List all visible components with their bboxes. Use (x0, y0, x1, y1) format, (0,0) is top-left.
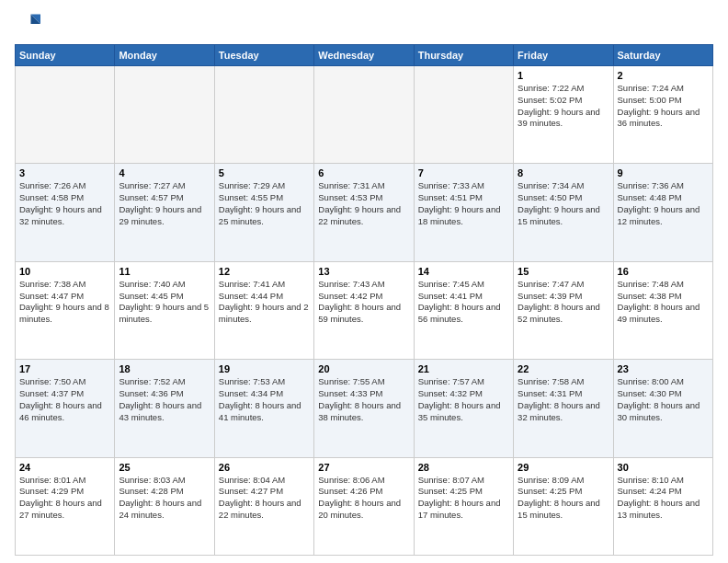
day-info: Sunrise: 7:29 AM Sunset: 4:55 PM Dayligh… (219, 180, 310, 227)
day-info: Sunrise: 8:10 AM Sunset: 4:24 PM Dayligh… (618, 475, 709, 522)
calendar-cell: 8Sunrise: 7:34 AM Sunset: 4:50 PM Daylig… (514, 164, 613, 261)
calendar-cell (214, 66, 313, 164)
day-number: 22 (518, 363, 609, 374)
calendar-table: SundayMondayTuesdayWednesdayThursdayFrid… (15, 44, 713, 556)
calendar-cell (115, 66, 214, 164)
day-info: Sunrise: 7:45 AM Sunset: 4:41 PM Dayligh… (418, 279, 509, 326)
day-info: Sunrise: 7:33 AM Sunset: 4:51 PM Dayligh… (418, 180, 509, 227)
calendar-cell: 28Sunrise: 8:07 AM Sunset: 4:25 PM Dayli… (414, 457, 513, 555)
calendar-cell: 19Sunrise: 7:53 AM Sunset: 4:34 PM Dayli… (214, 360, 313, 457)
calendar-cell: 17Sunrise: 7:50 AM Sunset: 4:37 PM Dayli… (16, 360, 115, 457)
calendar-header-wednesday: Wednesday (314, 45, 414, 66)
calendar-cell: 5Sunrise: 7:29 AM Sunset: 4:55 PM Daylig… (214, 164, 313, 261)
calendar-week-row: 1Sunrise: 7:22 AM Sunset: 5:02 PM Daylig… (16, 66, 713, 164)
day-info: Sunrise: 7:47 AM Sunset: 4:39 PM Dayligh… (518, 279, 609, 326)
day-number: 25 (119, 462, 210, 473)
day-info: Sunrise: 8:01 AM Sunset: 4:29 PM Dayligh… (19, 475, 110, 522)
day-number: 5 (219, 167, 310, 178)
calendar-cell: 9Sunrise: 7:36 AM Sunset: 4:48 PM Daylig… (613, 164, 712, 261)
day-info: Sunrise: 7:36 AM Sunset: 4:48 PM Dayligh… (618, 180, 709, 227)
day-info: Sunrise: 7:34 AM Sunset: 4:50 PM Dayligh… (518, 180, 609, 227)
page: SundayMondayTuesdayWednesdayThursdayFrid… (0, 0, 728, 563)
day-number: 18 (119, 363, 210, 374)
day-number: 10 (19, 266, 110, 277)
day-number: 7 (418, 167, 509, 178)
header (15, 11, 713, 37)
calendar-week-row: 24Sunrise: 8:01 AM Sunset: 4:29 PM Dayli… (16, 457, 713, 555)
calendar-cell: 14Sunrise: 7:45 AM Sunset: 4:41 PM Dayli… (414, 261, 513, 359)
calendar-cell: 20Sunrise: 7:55 AM Sunset: 4:33 PM Dayli… (314, 360, 414, 457)
calendar-cell (16, 66, 115, 164)
calendar-cell: 13Sunrise: 7:43 AM Sunset: 4:42 PM Dayli… (314, 261, 414, 359)
day-number: 27 (318, 462, 409, 473)
day-info: Sunrise: 7:38 AM Sunset: 4:47 PM Dayligh… (19, 279, 110, 326)
day-number: 28 (418, 462, 509, 473)
day-info: Sunrise: 7:40 AM Sunset: 4:45 PM Dayligh… (119, 279, 210, 326)
day-number: 14 (418, 266, 509, 277)
day-info: Sunrise: 7:43 AM Sunset: 4:42 PM Dayligh… (318, 279, 409, 326)
calendar-cell: 15Sunrise: 7:47 AM Sunset: 4:39 PM Dayli… (514, 261, 613, 359)
day-number: 15 (518, 266, 609, 277)
calendar-cell: 16Sunrise: 7:48 AM Sunset: 4:38 PM Dayli… (613, 261, 712, 359)
day-number: 9 (618, 167, 709, 178)
day-number: 4 (119, 167, 210, 178)
day-info: Sunrise: 7:50 AM Sunset: 4:37 PM Dayligh… (19, 376, 110, 423)
day-number: 11 (119, 266, 210, 277)
calendar-header-thursday: Thursday (414, 45, 513, 66)
calendar-week-row: 17Sunrise: 7:50 AM Sunset: 4:37 PM Dayli… (16, 360, 713, 457)
day-number: 20 (318, 363, 409, 374)
calendar-cell (314, 66, 414, 164)
calendar-header-friday: Friday (514, 45, 613, 66)
day-info: Sunrise: 7:53 AM Sunset: 4:34 PM Dayligh… (219, 376, 310, 423)
calendar-week-row: 10Sunrise: 7:38 AM Sunset: 4:47 PM Dayli… (16, 261, 713, 359)
calendar-header-sunday: Sunday (16, 45, 115, 66)
day-number: 21 (418, 363, 509, 374)
day-number: 12 (219, 266, 310, 277)
calendar-header-monday: Monday (115, 45, 214, 66)
day-info: Sunrise: 7:22 AM Sunset: 5:02 PM Dayligh… (518, 83, 609, 130)
calendar-cell: 1Sunrise: 7:22 AM Sunset: 5:02 PM Daylig… (514, 66, 613, 164)
calendar-cell: 24Sunrise: 8:01 AM Sunset: 4:29 PM Dayli… (16, 457, 115, 555)
day-info: Sunrise: 7:52 AM Sunset: 4:36 PM Dayligh… (119, 376, 210, 423)
calendar-cell: 27Sunrise: 8:06 AM Sunset: 4:26 PM Dayli… (314, 457, 414, 555)
calendar-cell: 25Sunrise: 8:03 AM Sunset: 4:28 PM Dayli… (115, 457, 214, 555)
day-number: 17 (19, 363, 110, 374)
day-info: Sunrise: 7:58 AM Sunset: 4:31 PM Dayligh… (518, 376, 609, 423)
day-number: 30 (618, 462, 709, 473)
calendar-header-saturday: Saturday (613, 45, 712, 66)
calendar-header-tuesday: Tuesday (214, 45, 313, 66)
day-number: 2 (618, 70, 709, 81)
calendar-cell (414, 66, 513, 164)
day-number: 1 (518, 70, 609, 81)
calendar-cell: 2Sunrise: 7:24 AM Sunset: 5:00 PM Daylig… (613, 66, 712, 164)
day-number: 3 (19, 167, 110, 178)
calendar-cell: 4Sunrise: 7:27 AM Sunset: 4:57 PM Daylig… (115, 164, 214, 261)
calendar-cell: 18Sunrise: 7:52 AM Sunset: 4:36 PM Dayli… (115, 360, 214, 457)
calendar-week-row: 3Sunrise: 7:26 AM Sunset: 4:58 PM Daylig… (16, 164, 713, 261)
day-info: Sunrise: 8:09 AM Sunset: 4:25 PM Dayligh… (518, 475, 609, 522)
day-info: Sunrise: 7:55 AM Sunset: 4:33 PM Dayligh… (318, 376, 409, 423)
day-info: Sunrise: 7:26 AM Sunset: 4:58 PM Dayligh… (19, 180, 110, 227)
calendar-cell: 6Sunrise: 7:31 AM Sunset: 4:53 PM Daylig… (314, 164, 414, 261)
day-info: Sunrise: 8:07 AM Sunset: 4:25 PM Dayligh… (418, 475, 509, 522)
day-number: 19 (219, 363, 310, 374)
calendar-cell: 3Sunrise: 7:26 AM Sunset: 4:58 PM Daylig… (16, 164, 115, 261)
calendar-cell: 26Sunrise: 8:04 AM Sunset: 4:27 PM Dayli… (214, 457, 313, 555)
day-info: Sunrise: 7:24 AM Sunset: 5:00 PM Dayligh… (618, 83, 709, 130)
day-number: 29 (518, 462, 609, 473)
calendar-cell: 7Sunrise: 7:33 AM Sunset: 4:51 PM Daylig… (414, 164, 513, 261)
calendar-header-row: SundayMondayTuesdayWednesdayThursdayFrid… (16, 45, 713, 66)
calendar-cell: 11Sunrise: 7:40 AM Sunset: 4:45 PM Dayli… (115, 261, 214, 359)
logo-icon (15, 11, 40, 37)
day-info: Sunrise: 7:31 AM Sunset: 4:53 PM Dayligh… (318, 180, 409, 227)
day-info: Sunrise: 7:57 AM Sunset: 4:32 PM Dayligh… (418, 376, 509, 423)
calendar-cell: 21Sunrise: 7:57 AM Sunset: 4:32 PM Dayli… (414, 360, 513, 457)
day-info: Sunrise: 7:48 AM Sunset: 4:38 PM Dayligh… (618, 279, 709, 326)
day-info: Sunrise: 8:04 AM Sunset: 4:27 PM Dayligh… (219, 475, 310, 522)
calendar-cell: 30Sunrise: 8:10 AM Sunset: 4:24 PM Dayli… (613, 457, 712, 555)
logo (15, 11, 46, 37)
calendar-cell: 29Sunrise: 8:09 AM Sunset: 4:25 PM Dayli… (514, 457, 613, 555)
day-number: 16 (618, 266, 709, 277)
day-info: Sunrise: 8:06 AM Sunset: 4:26 PM Dayligh… (318, 475, 409, 522)
day-number: 26 (219, 462, 310, 473)
